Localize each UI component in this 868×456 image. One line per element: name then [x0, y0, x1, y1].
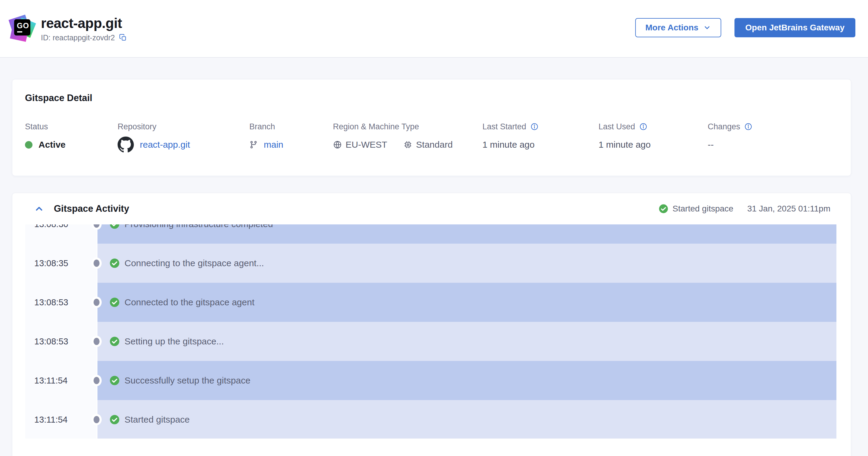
log-message: Successfully setup the gitspace	[125, 375, 251, 386]
log-message: Provisioning infrastructure completed	[125, 224, 273, 229]
activity-log[interactable]: 13:08:30Provisioning infrastructure comp…	[25, 224, 836, 438]
success-check-icon	[110, 415, 120, 425]
detail-field-changes: Changes--	[708, 122, 752, 153]
timeline-dot-icon	[91, 257, 102, 269]
log-row: 13:08:53Setting up the gitspace...	[25, 322, 836, 361]
github-icon	[118, 136, 134, 153]
chevron-down-icon	[703, 24, 711, 32]
repository-link[interactable]: react-app.git	[140, 140, 190, 150]
field-value: --	[708, 140, 714, 150]
timeline-dot-icon	[91, 297, 102, 308]
field-label: Repository	[118, 122, 156, 131]
activity-status-text: Started gitspace	[673, 204, 733, 214]
activity-status-time: 31 Jan, 2025 01:11pm	[747, 204, 830, 214]
gitspace-id-label: ID: reactappgit-zovdr2	[41, 33, 115, 42]
field-value: 1 minute ago	[483, 140, 534, 150]
detail-field-last-used: Last Used1 minute ago	[598, 122, 651, 153]
success-check-icon	[110, 258, 120, 268]
field-label: Region & Machine Type	[333, 122, 419, 131]
machine-type-value: Standard	[416, 140, 453, 150]
open-jetbrains-gateway-button[interactable]: Open JetBrains Gateway	[735, 18, 856, 37]
success-check-icon	[110, 297, 120, 307]
timeline-dot-icon	[91, 375, 102, 386]
copy-icon[interactable]	[119, 34, 127, 41]
machine-type-icon	[403, 140, 412, 149]
activity-header: Gitspace Activity Started gitspace 31 Ja…	[12, 193, 851, 224]
log-timestamp: 13:08:35	[25, 244, 97, 283]
timeline-dot-icon	[91, 336, 102, 347]
info-icon[interactable]	[531, 123, 538, 130]
region-value: EU-WEST	[346, 140, 387, 150]
log-row: 13:08:53Connected to the gitspace agent	[25, 283, 836, 322]
collapse-chevron-up-icon[interactable]	[34, 204, 44, 214]
log-message: Setting up the gitspace...	[125, 336, 224, 346]
globe-icon	[333, 140, 342, 149]
detail-field-region-machine-type: Region & Machine TypeEU-WESTStandard	[333, 122, 453, 153]
log-row: 13:08:35Connecting to the gitspace agent…	[25, 244, 836, 283]
success-check-icon	[110, 336, 120, 346]
git-branch-icon	[249, 141, 258, 149]
timeline-dot-icon	[91, 414, 102, 425]
log-timestamp: 13:11:54	[25, 361, 97, 400]
log-row: 13:11:54Started gitspace	[25, 400, 836, 438]
goland-logo-icon: GO	[11, 15, 34, 41]
log-message: Connecting to the gitspace agent...	[125, 258, 264, 268]
detail-field-branch: Branchmain	[249, 122, 283, 153]
page-title: react-app.git	[41, 16, 127, 31]
success-check-icon	[110, 224, 120, 229]
field-label: Last Used	[598, 122, 635, 131]
success-check-icon	[110, 375, 120, 386]
log-timestamp: 13:08:53	[25, 283, 97, 322]
page-header: GO react-app.git ID: reactappgit-zovdr2 …	[0, 0, 868, 58]
log-row: 13:11:54Successfully setup the gitspace	[25, 361, 836, 400]
log-row: 13:08:30Provisioning infrastructure comp…	[25, 224, 836, 244]
gitspace-activity-card: Gitspace Activity Started gitspace 31 Ja…	[12, 193, 851, 456]
info-icon[interactable]	[744, 123, 752, 130]
log-message: Connected to the gitspace agent	[125, 297, 254, 307]
goland-logo-text: GO	[14, 19, 30, 35]
field-label: Changes	[708, 122, 740, 131]
detail-field-status: StatusActive	[25, 122, 66, 153]
detail-field-repository: Repositoryreact-app.git	[118, 122, 190, 153]
log-timestamp: 13:08:53	[25, 322, 97, 361]
field-label: Status	[25, 122, 48, 131]
gitspace-detail-card: Gitspace Detail StatusActiveRepositoryre…	[12, 79, 851, 176]
branch-link[interactable]: main	[264, 140, 283, 150]
info-icon[interactable]	[640, 123, 647, 130]
detail-card-title: Gitspace Detail	[25, 93, 92, 103]
log-timestamp: 13:08:30	[25, 224, 97, 244]
activity-card-title: Gitspace Activity	[54, 203, 129, 214]
status-value: Active	[38, 140, 66, 150]
log-message: Started gitspace	[125, 415, 190, 425]
field-label: Last Started	[483, 122, 526, 131]
log-timestamp: 13:11:54	[25, 400, 97, 438]
more-actions-label: More Actions	[645, 23, 699, 32]
detail-field-last-started: Last Started1 minute ago	[483, 122, 538, 153]
open-gateway-label: Open JetBrains Gateway	[745, 23, 844, 32]
field-label: Branch	[249, 122, 275, 131]
status-dot-icon	[25, 141, 32, 149]
more-actions-button[interactable]: More Actions	[635, 18, 721, 37]
success-check-icon	[659, 204, 668, 214]
field-value: 1 minute ago	[598, 140, 651, 150]
